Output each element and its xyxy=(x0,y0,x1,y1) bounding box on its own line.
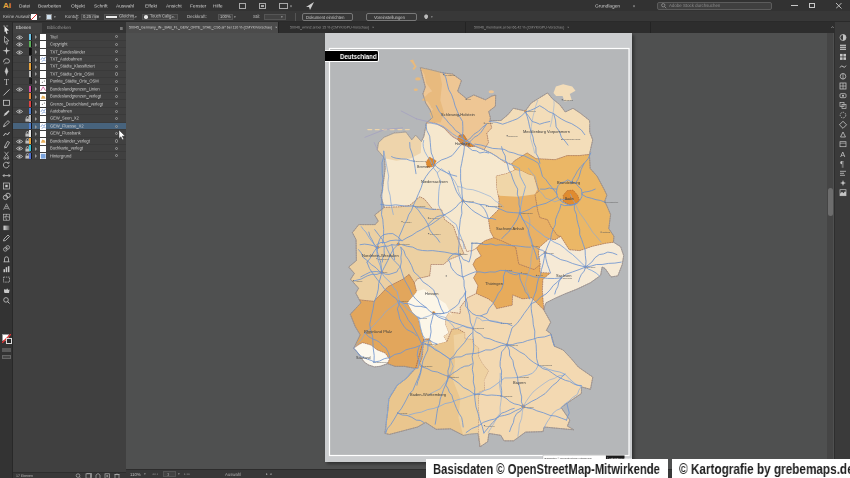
svg-text:Dortmund: Dortmund xyxy=(399,243,410,245)
svg-text:Kassel: Kassel xyxy=(461,253,468,255)
svg-text:Hessen: Hessen xyxy=(425,291,439,296)
svg-text:Oldenburg: Oldenburg xyxy=(415,160,426,162)
svg-text:Frankfurt/O.: Frankfurt/O. xyxy=(606,201,619,203)
svg-text:Cottbus: Cottbus xyxy=(602,231,611,233)
svg-text:Koblenz: Koblenz xyxy=(400,300,409,302)
svg-text:Karlsruhe: Karlsruhe xyxy=(423,365,434,367)
svg-text:Bremen: Bremen xyxy=(417,165,430,169)
svg-text:Brandenburg: Brandenburg xyxy=(557,180,580,185)
svg-text:Magdeburg: Magdeburg xyxy=(521,212,533,214)
svg-text:Münster: Münster xyxy=(403,221,412,223)
svg-text:T: T xyxy=(4,78,9,87)
svg-text:¶: ¶ xyxy=(840,160,844,169)
svg-text:Baden-Württemberg: Baden-Württemberg xyxy=(410,392,446,397)
svg-text:Schwerin: Schwerin xyxy=(508,135,518,137)
svg-text:Sachsen: Sachsen xyxy=(556,273,572,278)
svg-text:Saarland: Saarland xyxy=(356,356,370,360)
svg-text:Flensburg: Flensburg xyxy=(445,74,456,76)
svg-text:Berlin: Berlin xyxy=(565,197,574,201)
svg-text:Thüringen: Thüringen xyxy=(485,281,503,286)
svg-text:Sachsen Anhalt: Sachsen Anhalt xyxy=(496,226,525,231)
svg-text:Lübeck: Lübeck xyxy=(485,122,493,124)
svg-text:A: A xyxy=(840,150,845,159)
svg-text:Stuttgart: Stuttgart xyxy=(450,376,459,378)
svg-text:Nordrhein-Westfalen: Nordrhein-Westfalen xyxy=(362,253,399,258)
svg-text:Mecklenburg Vorpommern: Mecklenburg Vorpommern xyxy=(523,129,570,134)
svg-text:Schleswig-Holstein: Schleswig-Holstein xyxy=(441,112,475,117)
svg-text:Jena: Jena xyxy=(523,272,529,274)
svg-text:Hamburg: Hamburg xyxy=(455,142,470,146)
svg-text:Kiel: Kiel xyxy=(467,98,471,100)
svg-text:Rheinland Pfalz: Rheinland Pfalz xyxy=(364,329,392,334)
svg-text:Stralsund: Stralsund xyxy=(563,99,573,101)
svg-text:Neubrandenburg: Neubrandenburg xyxy=(563,138,581,140)
svg-text:Augsburg: Augsburg xyxy=(502,395,513,397)
svg-text:Niedersachsen: Niedersachsen xyxy=(421,179,448,184)
svg-text:Würzburg: Würzburg xyxy=(474,327,485,329)
svg-text:Regensburg: Regensburg xyxy=(540,364,553,366)
svg-text:Bayern: Bayern xyxy=(513,380,526,385)
